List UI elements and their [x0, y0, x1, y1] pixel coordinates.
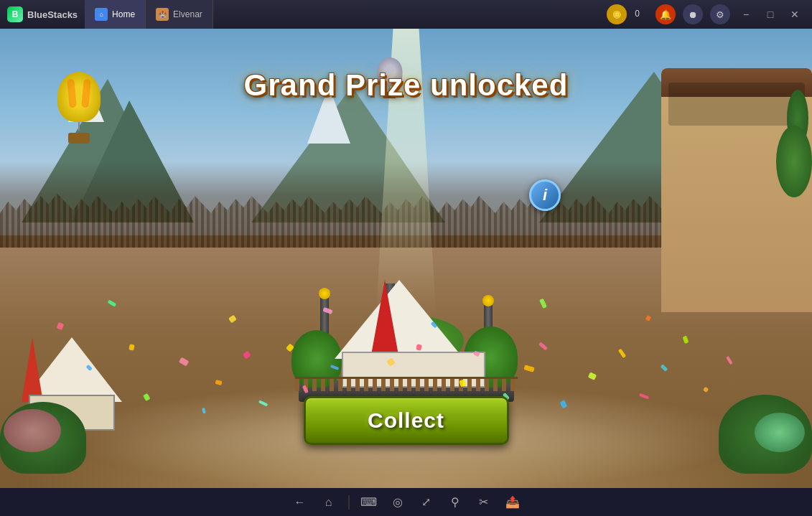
home-tab[interactable]: ⌂ Home [85, 0, 146, 29]
keyboard-button[interactable]: ⌨ [360, 493, 378, 512]
maximize-button[interactable]: □ [762, 6, 779, 23]
coin-icon[interactable]: 🪙 0 [607, 4, 627, 24]
game-area: Grand Prize unlocked i Collect [0, 29, 812, 488]
center-festival-building [291, 201, 521, 402]
settings-icon[interactable]: ⚙ [710, 4, 730, 24]
location-button[interactable]: ⚲ [446, 493, 465, 512]
home-tab-label: Home [112, 9, 135, 19]
game-tab-label: Elvenar [173, 9, 202, 19]
collect-label: Collect [368, 408, 444, 433]
collect-button[interactable]: Collect [304, 396, 509, 445]
back-button[interactable]: ← [291, 493, 309, 512]
right-building [661, 68, 812, 312]
balloon-body [57, 72, 101, 122]
minimize-button[interactable]: − [737, 6, 755, 23]
record-icon[interactable]: ⏺ [683, 4, 703, 24]
info-icon: i [543, 186, 547, 205]
expand-button[interactable]: ⤢ [417, 493, 436, 512]
scissors-button[interactable]: ✂ [475, 493, 493, 512]
home-tab-icon: ⌂ [95, 8, 108, 21]
info-button[interactable]: i [529, 179, 561, 211]
home-button[interactable]: ⌂ [319, 493, 338, 512]
hot-air-balloon [57, 72, 101, 144]
balloon-basket [68, 133, 90, 144]
notification-icon[interactable]: 🔔 [655, 4, 676, 24]
coin-count: 0 [635, 9, 640, 19]
app-logo: B BlueStacks [0, 6, 85, 22]
taskbar: ← ⌂ ⌨ ◎ ⤢ ⚲ ✂ 📤 [0, 488, 812, 516]
screen-button[interactable]: ◎ [388, 493, 407, 512]
flowers-right [755, 413, 805, 452]
share-button[interactable]: 📤 [503, 493, 522, 512]
app-name: BlueStacks [27, 9, 78, 20]
grand-prize-title: Grand Prize unlocked [244, 68, 569, 103]
close-button[interactable]: ✕ [786, 6, 803, 23]
game-tab[interactable]: 🏰 Elvenar [146, 0, 213, 29]
titlebar: B BlueStacks ⌂ Home 🏰 Elvenar 🪙 0 🔔 ⏺ ⚙ … [0, 0, 812, 29]
titlebar-controls: 🪙 0 🔔 ⏺ ⚙ − □ ✕ [607, 4, 812, 24]
game-tab-icon: 🏰 [156, 8, 169, 21]
grand-prize-text: Grand Prize unlocked [244, 68, 569, 102]
bluestacks-icon: B [7, 6, 23, 22]
flowers-left [4, 409, 61, 452]
